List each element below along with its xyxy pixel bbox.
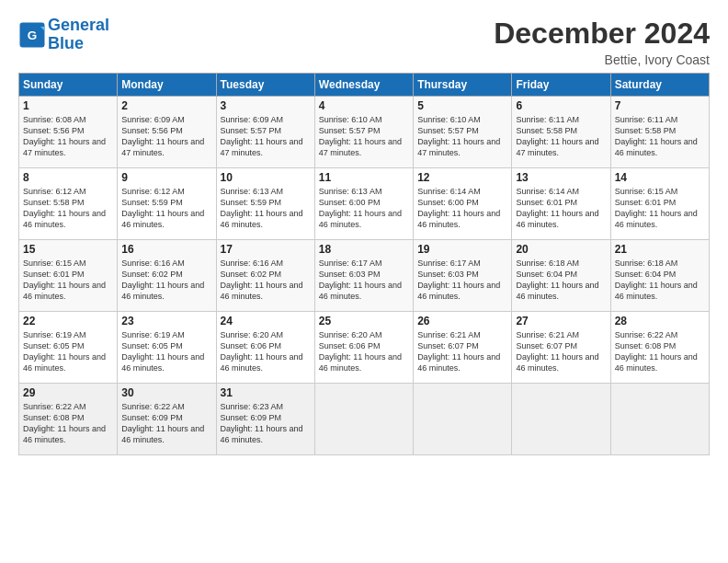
calendar-cell: 9Sunrise: 6:12 AM Sunset: 5:59 PM Daylig… <box>118 168 216 240</box>
cell-info: Sunrise: 6:19 AM Sunset: 6:05 PM Dayligh… <box>23 329 113 374</box>
calendar-cell: 14Sunrise: 6:15 AM Sunset: 6:01 PM Dayli… <box>610 168 709 240</box>
header-friday: Friday <box>512 74 610 97</box>
cell-info: Sunrise: 6:15 AM Sunset: 6:01 PM Dayligh… <box>23 258 113 303</box>
header-monday: Monday <box>118 74 216 97</box>
cell-info: Sunrise: 6:11 AM Sunset: 5:58 PM Dayligh… <box>516 114 606 159</box>
calendar-cell: 22Sunrise: 6:19 AM Sunset: 6:05 PM Dayli… <box>19 312 118 384</box>
day-number: 8 <box>23 171 113 184</box>
day-number: 21 <box>615 243 705 256</box>
calendar-cell: 18Sunrise: 6:17 AM Sunset: 6:03 PM Dayli… <box>314 240 413 312</box>
calendar-cell: 5Sunrise: 6:10 AM Sunset: 5:57 PM Daylig… <box>414 97 512 168</box>
title-block: December 2024 Bettie, Ivory Coast <box>494 17 710 67</box>
cell-info: Sunrise: 6:16 AM Sunset: 6:02 PM Dayligh… <box>121 258 211 303</box>
day-number: 30 <box>121 386 211 399</box>
week-row-1: 1Sunrise: 6:08 AM Sunset: 5:56 PM Daylig… <box>19 97 710 168</box>
logo-text: General Blue <box>48 17 109 53</box>
cell-info: Sunrise: 6:23 AM Sunset: 6:09 PM Dayligh… <box>221 401 311 446</box>
calendar-cell: 24Sunrise: 6:20 AM Sunset: 6:06 PM Dayli… <box>216 312 314 384</box>
day-number: 7 <box>615 99 705 112</box>
calendar-cell: 30Sunrise: 6:22 AM Sunset: 6:09 PM Dayli… <box>118 384 216 455</box>
cell-info: Sunrise: 6:09 AM Sunset: 5:57 PM Dayligh… <box>221 114 311 159</box>
cell-info: Sunrise: 6:12 AM Sunset: 5:58 PM Dayligh… <box>23 186 113 231</box>
cell-info: Sunrise: 6:18 AM Sunset: 6:04 PM Dayligh… <box>615 258 705 303</box>
page: G General Blue December 2024 Bettie, Ivo… <box>0 0 728 563</box>
day-number: 29 <box>23 386 113 399</box>
calendar-body: 1Sunrise: 6:08 AM Sunset: 5:56 PM Daylig… <box>19 97 710 455</box>
day-number: 24 <box>221 315 311 327</box>
calendar-cell <box>512 384 610 455</box>
day-number: 16 <box>121 243 211 256</box>
cell-info: Sunrise: 6:10 AM Sunset: 5:57 PM Dayligh… <box>417 114 507 159</box>
day-number: 18 <box>319 243 409 256</box>
day-number: 6 <box>516 99 606 112</box>
calendar-table: Sunday Monday Tuesday Wednesday Thursday… <box>18 73 710 455</box>
day-number: 15 <box>23 243 113 256</box>
cell-info: Sunrise: 6:17 AM Sunset: 6:03 PM Dayligh… <box>319 258 409 303</box>
cell-info: Sunrise: 6:20 AM Sunset: 6:06 PM Dayligh… <box>221 329 311 374</box>
calendar-cell <box>610 384 709 455</box>
calendar-cell <box>414 384 512 455</box>
calendar-cell: 31Sunrise: 6:23 AM Sunset: 6:09 PM Dayli… <box>216 384 314 455</box>
cell-info: Sunrise: 6:22 AM Sunset: 6:08 PM Dayligh… <box>615 329 705 374</box>
day-number: 2 <box>121 99 211 112</box>
week-row-3: 15Sunrise: 6:15 AM Sunset: 6:01 PM Dayli… <box>19 240 710 312</box>
day-number: 19 <box>417 243 507 256</box>
day-number: 13 <box>516 171 606 184</box>
calendar-cell: 17Sunrise: 6:16 AM Sunset: 6:02 PM Dayli… <box>216 240 314 312</box>
calendar-cell: 6Sunrise: 6:11 AM Sunset: 5:58 PM Daylig… <box>512 97 610 168</box>
calendar-cell: 13Sunrise: 6:14 AM Sunset: 6:01 PM Dayli… <box>512 168 610 240</box>
header: G General Blue December 2024 Bettie, Ivo… <box>18 17 710 67</box>
cell-info: Sunrise: 6:18 AM Sunset: 6:04 PM Dayligh… <box>516 258 606 303</box>
calendar-cell: 1Sunrise: 6:08 AM Sunset: 5:56 PM Daylig… <box>19 97 118 168</box>
day-number: 5 <box>417 99 507 112</box>
header-row: Sunday Monday Tuesday Wednesday Thursday… <box>19 74 710 97</box>
day-number: 25 <box>319 315 409 327</box>
cell-info: Sunrise: 6:17 AM Sunset: 6:03 PM Dayligh… <box>417 258 507 303</box>
cell-info: Sunrise: 6:16 AM Sunset: 6:02 PM Dayligh… <box>221 258 311 303</box>
calendar-cell: 20Sunrise: 6:18 AM Sunset: 6:04 PM Dayli… <box>512 240 610 312</box>
day-number: 28 <box>615 315 705 327</box>
calendar-cell: 26Sunrise: 6:21 AM Sunset: 6:07 PM Dayli… <box>414 312 512 384</box>
calendar-cell: 16Sunrise: 6:16 AM Sunset: 6:02 PM Dayli… <box>118 240 216 312</box>
calendar-cell: 7Sunrise: 6:11 AM Sunset: 5:58 PM Daylig… <box>610 97 709 168</box>
cell-info: Sunrise: 6:15 AM Sunset: 6:01 PM Dayligh… <box>615 186 705 231</box>
day-number: 12 <box>417 171 507 184</box>
calendar-cell: 2Sunrise: 6:09 AM Sunset: 5:56 PM Daylig… <box>118 97 216 168</box>
cell-info: Sunrise: 6:14 AM Sunset: 6:01 PM Dayligh… <box>516 186 606 231</box>
cell-info: Sunrise: 6:08 AM Sunset: 5:56 PM Dayligh… <box>23 114 113 159</box>
cell-info: Sunrise: 6:21 AM Sunset: 6:07 PM Dayligh… <box>516 329 606 374</box>
location: Bettie, Ivory Coast <box>494 52 710 67</box>
cell-info: Sunrise: 6:12 AM Sunset: 5:59 PM Dayligh… <box>121 186 211 231</box>
calendar-cell: 27Sunrise: 6:21 AM Sunset: 6:07 PM Dayli… <box>512 312 610 384</box>
cell-info: Sunrise: 6:13 AM Sunset: 5:59 PM Dayligh… <box>221 186 311 231</box>
cell-info: Sunrise: 6:14 AM Sunset: 6:00 PM Dayligh… <box>417 186 507 231</box>
day-number: 23 <box>121 315 211 327</box>
calendar-cell: 25Sunrise: 6:20 AM Sunset: 6:06 PM Dayli… <box>314 312 413 384</box>
calendar-cell <box>314 384 413 455</box>
header-tuesday: Tuesday <box>216 74 314 97</box>
day-number: 31 <box>221 386 311 399</box>
calendar-cell: 10Sunrise: 6:13 AM Sunset: 5:59 PM Dayli… <box>216 168 314 240</box>
calendar-cell: 19Sunrise: 6:17 AM Sunset: 6:03 PM Dayli… <box>414 240 512 312</box>
calendar-cell: 8Sunrise: 6:12 AM Sunset: 5:58 PM Daylig… <box>19 168 118 240</box>
day-number: 10 <box>221 171 311 184</box>
logo: G General Blue <box>18 17 109 53</box>
calendar-cell: 21Sunrise: 6:18 AM Sunset: 6:04 PM Dayli… <box>610 240 709 312</box>
cell-info: Sunrise: 6:22 AM Sunset: 6:08 PM Dayligh… <box>23 401 113 446</box>
day-number: 4 <box>319 99 409 112</box>
week-row-2: 8Sunrise: 6:12 AM Sunset: 5:58 PM Daylig… <box>19 168 710 240</box>
day-number: 3 <box>221 99 311 112</box>
calendar-cell: 15Sunrise: 6:15 AM Sunset: 6:01 PM Dayli… <box>19 240 118 312</box>
calendar-cell: 11Sunrise: 6:13 AM Sunset: 6:00 PM Dayli… <box>314 168 413 240</box>
day-number: 27 <box>516 315 606 327</box>
cell-info: Sunrise: 6:10 AM Sunset: 5:57 PM Dayligh… <box>319 114 409 159</box>
header-wednesday: Wednesday <box>314 74 413 97</box>
cell-info: Sunrise: 6:20 AM Sunset: 6:06 PM Dayligh… <box>319 329 409 374</box>
header-saturday: Saturday <box>610 74 709 97</box>
logo-icon: G <box>18 21 46 49</box>
day-number: 22 <box>23 315 113 327</box>
cell-info: Sunrise: 6:09 AM Sunset: 5:56 PM Dayligh… <box>121 114 211 159</box>
day-number: 11 <box>319 171 409 184</box>
day-number: 1 <box>23 99 113 112</box>
header-sunday: Sunday <box>19 74 118 97</box>
